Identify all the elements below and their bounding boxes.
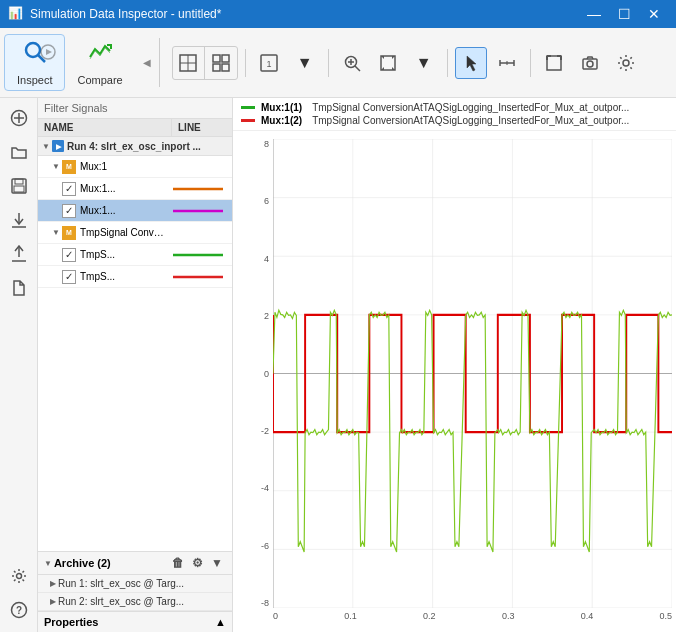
y-label-m8: -8 xyxy=(261,598,269,608)
inspect-label: Inspect xyxy=(17,74,52,86)
layout-single-button[interactable] xyxy=(173,47,205,79)
y-label-m4: -4 xyxy=(261,483,269,493)
x-label-04: 0.4 xyxy=(581,611,594,621)
properties-collapse-icon: ▲ xyxy=(215,616,226,628)
archive-collapse-icon xyxy=(44,559,52,568)
archive-gear-button[interactable]: ⚙ xyxy=(189,556,206,570)
tmps2-checkbox[interactable]: ✓ xyxy=(62,270,76,284)
mux1-sub1[interactable]: ✓ Mux:1... xyxy=(38,178,232,200)
svg-text:?: ? xyxy=(15,605,21,616)
run4-group[interactable]: ▶ Run 4: slrt_ex_osc_inport ... xyxy=(38,137,232,156)
app-icon: 📊 xyxy=(8,6,24,22)
settings-button[interactable] xyxy=(3,560,35,592)
document-button[interactable] xyxy=(3,272,35,304)
archive-run1[interactable]: Run 1: slrt_ex_osc @ Targ... xyxy=(38,575,232,593)
signal-panel: Filter Signals NAME LINE ▶ Run 4: slrt_e… xyxy=(38,98,233,632)
compare-label: Compare xyxy=(77,74,122,86)
mux1-group[interactable]: M Mux:1 xyxy=(38,156,232,178)
filter-bar: Filter Signals xyxy=(38,98,232,119)
toolbar-tabs: Inspect Compare xyxy=(0,32,139,93)
layout-grid-button[interactable] xyxy=(205,47,237,79)
x-label-03: 0.3 xyxy=(502,611,515,621)
mux1-sub2-checkbox[interactable]: ✓ xyxy=(62,204,76,218)
content-area: ? Filter Signals NAME LINE ▶ Run 4: slrt… xyxy=(0,98,676,632)
mux1-sub2-name: Mux:1... xyxy=(78,205,168,216)
svg-rect-5 xyxy=(213,55,220,62)
add-signal-button[interactable] xyxy=(3,102,35,134)
archive-run2[interactable]: Run 2: slrt_ex_osc @ Targ... xyxy=(38,593,232,611)
svg-rect-20 xyxy=(547,56,561,70)
mux1-line-preview xyxy=(168,162,228,172)
zoom-level-button[interactable]: 1 xyxy=(253,47,285,79)
tmps2-line xyxy=(168,272,228,282)
svg-rect-8 xyxy=(222,64,229,71)
svg-text:1: 1 xyxy=(266,59,271,69)
mux1-sub1-checkbox[interactable]: ✓ xyxy=(62,182,76,196)
y-label-m2: -2 xyxy=(261,426,269,436)
y-label-2: 2 xyxy=(264,311,269,321)
play-button[interactable] xyxy=(38,42,58,62)
tmpsignal-group[interactable]: M TmpSignal Conversi... xyxy=(38,222,232,244)
mux1-sub2[interactable]: ✓ Mux:1... xyxy=(38,200,232,222)
archive-delete-button[interactable]: 🗑 xyxy=(169,556,187,570)
y-label-0: 0 xyxy=(264,369,269,379)
main-container: Inspect Compare ◀ xyxy=(0,28,676,632)
zoom-dropdown2-button[interactable]: ▼ xyxy=(408,47,440,79)
zoom-fit-button[interactable] xyxy=(372,47,404,79)
zoom-dropdown-button[interactable]: ▼ xyxy=(289,47,321,79)
mux1-sub2-line xyxy=(168,206,228,216)
x-axis: 0 0.1 0.2 0.3 0.4 0.5 xyxy=(273,608,672,632)
archive-run2-label: Run 2: slrt_ex_osc @ Targ... xyxy=(58,596,184,607)
close-button[interactable]: ✕ xyxy=(640,0,668,28)
mux1-sub1-name: Mux:1... xyxy=(78,183,168,194)
sep2 xyxy=(245,49,246,77)
legend-item1: Mux:1(1) TmpSignal ConversionAtTAQSigLog… xyxy=(241,102,668,113)
properties-bar[interactable]: Properties ▲ xyxy=(38,611,232,632)
tmps1-name: TmpS... xyxy=(78,249,168,260)
tmpsignal-icon: M xyxy=(62,226,76,240)
upload-button[interactable] xyxy=(3,238,35,270)
compare-tab[interactable]: Compare xyxy=(65,35,134,90)
toolbar-separator xyxy=(159,38,160,87)
sidebar-icons: ? xyxy=(0,98,38,632)
tmps1-checkbox[interactable]: ✓ xyxy=(62,248,76,262)
tmpsignal-collapse-icon xyxy=(52,228,60,237)
plot-canvas-container[interactable]: 8 6 4 2 0 -2 -4 -6 -8 xyxy=(233,131,676,632)
archive-more-button[interactable]: ▼ xyxy=(208,556,226,570)
run4-label: Run 4: slrt_ex_osc_inport ... xyxy=(67,141,201,152)
help-button[interactable]: ? xyxy=(3,594,35,626)
save-button[interactable] xyxy=(3,170,35,202)
svg-point-27 xyxy=(623,60,629,66)
plot-settings-button[interactable] xyxy=(610,47,642,79)
archive-header[interactable]: Archive (2) 🗑 ⚙ ▼ xyxy=(38,552,232,575)
archive-section: Archive (2) 🗑 ⚙ ▼ Run 1: slrt_ex_osc @ T… xyxy=(38,551,232,611)
legend2-color xyxy=(241,119,255,122)
plot-svg xyxy=(273,139,672,608)
legend2-label: Mux:1(2) xyxy=(261,115,302,126)
svg-rect-35 xyxy=(14,186,24,192)
tmps2[interactable]: ✓ TmpS... xyxy=(38,266,232,288)
maximize-button[interactable]: ☐ xyxy=(610,0,638,28)
toolbar: Inspect Compare ◀ xyxy=(0,28,676,98)
col-name-header: NAME xyxy=(38,119,172,136)
tmps1-line xyxy=(168,250,228,260)
svg-rect-6 xyxy=(222,55,229,62)
x-label-05: 0.5 xyxy=(659,611,672,621)
run4-collapse-icon xyxy=(42,142,50,151)
snapshot-button[interactable] xyxy=(574,47,606,79)
toolbar-collapse-arrow[interactable]: ◀ xyxy=(139,32,155,93)
open-folder-button[interactable] xyxy=(3,136,35,168)
minimize-button[interactable]: — xyxy=(580,0,608,28)
measure-tool-button[interactable] xyxy=(491,47,523,79)
signal-list: ▶ Run 4: slrt_ex_osc_inport ... M Mux:1 … xyxy=(38,137,232,551)
sep5 xyxy=(530,49,531,77)
svg-line-12 xyxy=(355,66,360,71)
tmps1[interactable]: ✓ TmpS... xyxy=(38,244,232,266)
select-tool-button[interactable] xyxy=(455,47,487,79)
zoom-in-button[interactable] xyxy=(336,47,368,79)
sep4 xyxy=(447,49,448,77)
fit-view-button[interactable] xyxy=(538,47,570,79)
sep3 xyxy=(328,49,329,77)
download-button[interactable] xyxy=(3,204,35,236)
window-controls: — ☐ ✕ xyxy=(580,0,668,28)
